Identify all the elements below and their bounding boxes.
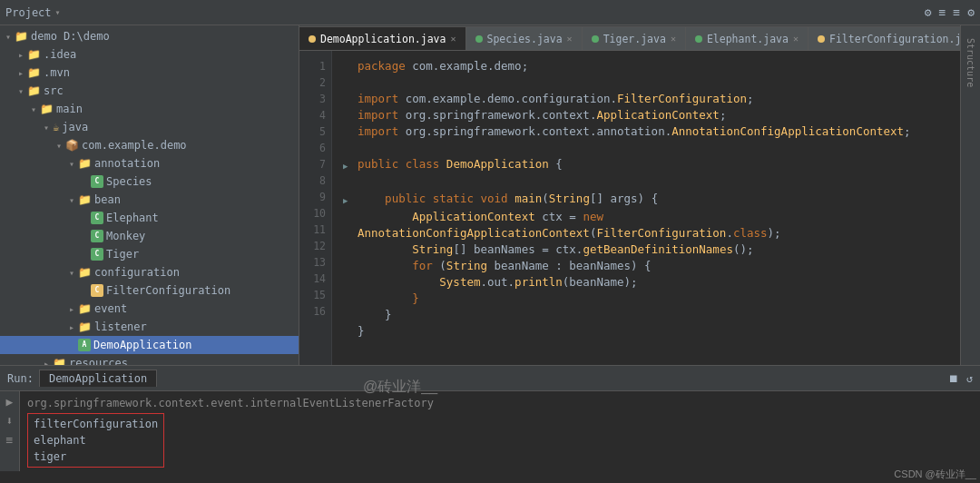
tab-Species[interactable]: Species.java ✕ bbox=[466, 26, 583, 50]
line-num-8: 8 bbox=[299, 172, 326, 189]
run-app-tab[interactable]: DemoApplication bbox=[39, 370, 157, 387]
top-bar: Project ▾ ⚙ ≡ ≡ ⚙ bbox=[0, 0, 980, 25]
tab-close-Tiger[interactable]: ✕ bbox=[671, 34, 676, 44]
run-side: ▶ ⬇ ≡ bbox=[0, 391, 20, 471]
sidebar-item-annotation[interactable]: ▾ 📁 annotation bbox=[0, 154, 299, 172]
tree-arrow-bean: ▾ bbox=[65, 195, 78, 205]
tree-label-java: java bbox=[62, 121, 299, 133]
run-side-icon3[interactable]: ≡ bbox=[6, 433, 14, 447]
editor-area: DemoApplication.java ✕ Species.java ✕ Ti… bbox=[299, 25, 960, 365]
tree-label-Monkey: Monkey bbox=[106, 230, 299, 242]
code-editor: 12345678910111213141516 package com.exam… bbox=[299, 51, 960, 365]
arrow-gutter-11 bbox=[343, 242, 358, 243]
sidebar-item-idea[interactable]: ▸ 📁 .idea bbox=[0, 45, 299, 64]
sidebar-item-main[interactable]: ▾ 📁 main bbox=[0, 100, 299, 118]
code-line-10: ApplicationContext ctx = new AnnotationC… bbox=[343, 209, 949, 242]
tab-close-Species[interactable]: ✕ bbox=[567, 34, 573, 44]
tab-Elephant[interactable]: Elephant.java ✕ bbox=[686, 26, 808, 50]
sidebar-item-bean[interactable]: ▾ 📁 bean bbox=[0, 191, 299, 209]
code-line-9: ▶ public static void main(String[] args)… bbox=[343, 191, 949, 209]
sidebar-item-resources[interactable]: ▸ 📁 resources bbox=[0, 354, 299, 365]
tree-label-annotation: annotation bbox=[94, 157, 299, 170]
line-numbers: 12345678910111213141516 bbox=[299, 51, 332, 365]
menu-icon[interactable]: ≡ bbox=[953, 5, 960, 19]
tree-label-Species: Species bbox=[106, 175, 299, 188]
tab-close-Elephant[interactable]: ✕ bbox=[793, 34, 799, 44]
sidebar-item-configuration[interactable]: ▾ 📁 configuration bbox=[0, 263, 299, 281]
sidebar-item-event[interactable]: ▸ 📁 event bbox=[0, 300, 299, 318]
tab-label-Elephant: Elephant.java bbox=[707, 33, 789, 45]
code-line-6 bbox=[343, 140, 949, 156]
tree-arrow-java: ▾ bbox=[40, 123, 53, 133]
line-num-16: 16 bbox=[299, 303, 326, 320]
code-line-7: ▶public class DemoApplication { bbox=[343, 156, 949, 174]
arrow-gutter-4 bbox=[343, 107, 358, 109]
sidebar-item-demo[interactable]: ▾ 📁 demo D:\demo bbox=[0, 27, 299, 45]
arrow-gutter-10 bbox=[343, 209, 358, 211]
code-line-14: } bbox=[343, 291, 949, 307]
run-output-line-elephant: elephant bbox=[34, 432, 158, 448]
project-dropdown-icon[interactable]: ▾ bbox=[55, 7, 61, 17]
sidebar-item-java[interactable]: ▾ ☕ java bbox=[0, 118, 299, 136]
tab-dot-DemoApplication bbox=[309, 35, 316, 43]
tree-label-FilterConfiguration: FilterConfiguration bbox=[106, 284, 299, 297]
run-output-line-tiger: tiger bbox=[34, 448, 158, 465]
layout-icon[interactable]: ≡ bbox=[939, 5, 946, 19]
bottom-panel: Run: DemoApplication ⏹ ↺ ▶ ⬇ ≡ org.sprin… bbox=[0, 365, 980, 472]
right-strip: Structure bbox=[960, 25, 980, 365]
code-line-15: } bbox=[343, 307, 949, 323]
arrow-gutter-6 bbox=[343, 140, 358, 142]
tree-label-main: main bbox=[56, 103, 299, 115]
run-stop-icon[interactable]: ⏹ bbox=[948, 372, 959, 385]
tree-arrow-demo: ▾ bbox=[2, 32, 15, 42]
sidebar-item-Tiger[interactable]: C Tiger bbox=[0, 245, 299, 263]
code-line-12: for (String beanName : beanNames) { bbox=[343, 258, 949, 274]
line-num-10: 10 bbox=[299, 205, 326, 222]
project-label: Project bbox=[5, 6, 52, 19]
line-num-1: 1 bbox=[299, 58, 326, 74]
sidebar-item-Elephant[interactable]: C Elephant bbox=[0, 209, 299, 227]
tree-label-mvn: .mvn bbox=[44, 66, 299, 79]
tree-label-resources: resources bbox=[69, 357, 299, 365]
run-restart-icon[interactable]: ↺ bbox=[966, 372, 973, 385]
settings-icon[interactable]: ⚙ bbox=[925, 5, 932, 19]
arrow-gutter-7: ▶ bbox=[343, 156, 358, 174]
run-side-icon2[interactable]: ⬇ bbox=[6, 414, 14, 428]
code-content[interactable]: package com.example.demo;import com.exam… bbox=[332, 51, 960, 365]
sidebar-item-mvn[interactable]: ▸ 📁 .mvn bbox=[0, 64, 299, 82]
run-side-icon1[interactable]: ▶ bbox=[6, 395, 14, 409]
run-label: Run: bbox=[7, 372, 34, 385]
tab-close-DemoApplication[interactable]: ✕ bbox=[450, 34, 456, 44]
sidebar-item-listener[interactable]: ▸ 📁 listener bbox=[0, 318, 299, 336]
line-num-12: 12 bbox=[299, 238, 326, 254]
tree-arrow-com.example.demo: ▾ bbox=[53, 141, 65, 151]
tab-Tiger[interactable]: Tiger.java ✕ bbox=[583, 26, 686, 50]
sidebar-item-com.example.demo[interactable]: ▾ 📦 com.example.demo bbox=[0, 136, 299, 154]
sidebar-item-Monkey[interactable]: C Monkey bbox=[0, 227, 299, 245]
tab-DemoApplication[interactable]: DemoApplication.java ✕ bbox=[299, 26, 466, 50]
tab-label-FilterConfiguration: FilterConfiguration.java bbox=[829, 33, 960, 45]
tree-label-demo: demo D:\demo bbox=[31, 30, 299, 43]
line-num-13: 13 bbox=[299, 254, 326, 271]
arrow-gutter-5 bbox=[343, 123, 358, 125]
structure-icon[interactable]: Structure bbox=[965, 38, 975, 87]
tree-arrow-configuration: ▾ bbox=[65, 268, 78, 278]
tab-label-Tiger: Tiger.java bbox=[603, 33, 666, 45]
arrow-gutter-3 bbox=[343, 91, 358, 93]
gear-icon[interactable]: ⚙ bbox=[967, 5, 975, 19]
watermark2: CSDN @砖业洋__ bbox=[894, 468, 976, 481]
arrow-gutter-15 bbox=[343, 307, 358, 309]
bottom-full: ▶ ⬇ ≡ org.springframework.context.event.… bbox=[0, 391, 980, 471]
line-num-7: 7 bbox=[299, 156, 326, 172]
sidebar-item-Species[interactable]: C Species bbox=[0, 172, 299, 191]
sidebar-item-FilterConfiguration[interactable]: C FilterConfiguration bbox=[0, 281, 299, 300]
code-line-1: package com.example.demo; bbox=[343, 58, 949, 74]
tab-FilterConfiguration[interactable]: FilterConfiguration.java ✕ bbox=[808, 26, 960, 50]
line-num-2: 2 bbox=[299, 74, 326, 91]
run-output-gray-line: org.springframework.context.event.intern… bbox=[27, 395, 973, 411]
run-output-line-filterConfiguration: filterConfiguration bbox=[34, 416, 158, 432]
arrow-gutter-9: ▶ bbox=[343, 191, 358, 209]
sidebar-item-src[interactable]: ▾ 📁 src bbox=[0, 82, 299, 100]
tree-arrow-idea: ▸ bbox=[15, 50, 27, 60]
sidebar-item-DemoApplication[interactable]: A DemoApplication bbox=[0, 336, 299, 354]
